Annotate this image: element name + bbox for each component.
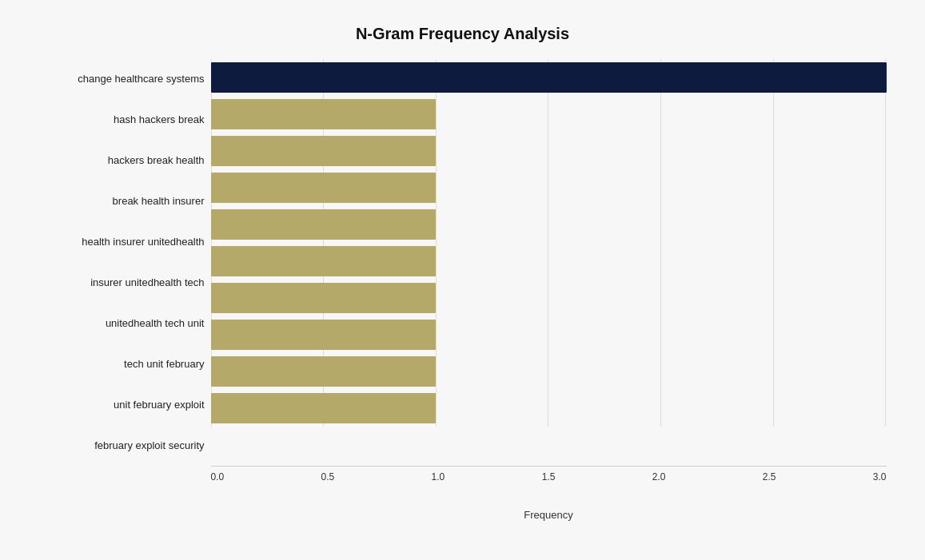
x-axis-title: Frequency	[211, 509, 887, 521]
y-label: hackers break health	[39, 154, 205, 167]
bar-row	[211, 280, 887, 316]
y-label: unitedhealth tech unit	[39, 317, 205, 330]
bar-health-insurer-unitedhealth	[211, 209, 437, 240]
y-label: health insurer unitedhealth	[39, 236, 205, 248]
chart-area: change healthcare systemshash hackers br…	[39, 59, 887, 490]
bar-row	[211, 353, 887, 390]
y-label: unit february exploit	[39, 399, 205, 411]
bar-hash-hackers-break	[211, 99, 437, 129]
y-label: february exploit security	[39, 439, 205, 452]
x-tick-label: 1.0	[432, 471, 445, 483]
bar-row	[211, 206, 887, 243]
y-label: hash hackers break	[39, 113, 205, 126]
bar-insurer-unitedhealth-tech	[211, 246, 437, 276]
x-tick-label: 0.0	[211, 471, 225, 483]
y-axis-labels: change healthcare systemshash hackers br…	[39, 59, 211, 490]
chart-title: N-Gram Frequency Analysis	[39, 25, 887, 43]
x-tick-label: 1.5	[542, 471, 556, 483]
plot-area	[211, 59, 887, 451]
bar-row	[211, 316, 887, 353]
y-label: break health insurer	[39, 195, 205, 208]
bar-row	[211, 169, 887, 206]
x-tick-label: 2.5	[763, 471, 776, 483]
bar-unit-february-exploit	[211, 356, 437, 387]
bar-change-healthcare-systems	[211, 62, 887, 93]
y-label: tech unit february	[39, 358, 205, 371]
bar-row	[211, 96, 887, 133]
bar-break-health-insurer	[211, 173, 437, 203]
bar-row	[211, 133, 887, 169]
bar-row	[211, 59, 887, 96]
x-tick-label: 2.0	[652, 471, 666, 483]
x-tick-label: 3.0	[873, 471, 887, 483]
bar-hackers-break-health	[211, 136, 437, 166]
chart-container: N-Gram Frequency Analysis change healthc…	[23, 9, 903, 552]
x-tick-labels: 0.00.51.01.52.02.53.0	[211, 471, 887, 483]
x-axis: 0.00.51.01.52.02.53.0	[211, 467, 887, 490]
x-tick-label: 0.5	[321, 471, 335, 483]
chart-wrapper: 0.00.51.01.52.02.53.0 Frequency	[211, 59, 887, 490]
bar-row	[211, 390, 887, 427]
bar-february-exploit-security	[211, 393, 437, 423]
y-label: change healthcare systems	[39, 73, 205, 85]
bar-row	[211, 243, 887, 280]
bar-tech-unit-february	[211, 320, 437, 350]
y-label: insurer unitedhealth tech	[39, 276, 205, 289]
bar-unitedhealth-tech-unit	[211, 283, 437, 313]
